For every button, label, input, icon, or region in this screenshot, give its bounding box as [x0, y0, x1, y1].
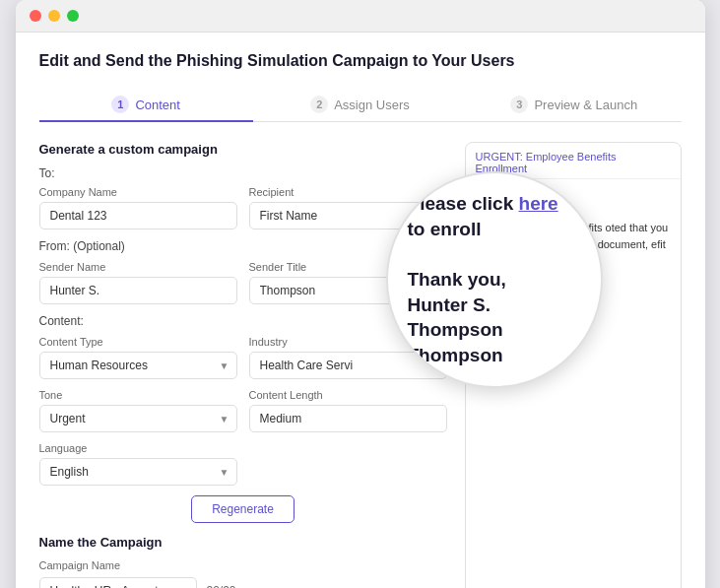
placeholder-group [249, 442, 447, 486]
content-type-label: Content Type [39, 336, 237, 348]
sender-name-group: Sender Name [39, 261, 237, 304]
tab-assign-label: Assign Users [334, 98, 410, 112]
content-type-select-wrap: Human Resources ▼ [39, 352, 237, 379]
tab-content-label: Content [135, 98, 180, 112]
magnifier-line1: Please click [408, 193, 519, 214]
tab-preview-label: Preview & Launch [534, 98, 637, 112]
preview-panel: URGENT: Employee Benefits Enrollment tte… [465, 142, 682, 588]
titlebar [16, 0, 705, 33]
magnifier-line2: to enroll [408, 219, 482, 239]
magnifier-signature: Thank you,Hunter S. ThompsonThompson [408, 269, 506, 365]
campaign-name-row: 20/20 [39, 577, 447, 588]
magnifier-content: Please click here to enroll Thank you,Hu… [408, 191, 581, 367]
content-type-select[interactable]: Human Resources [39, 352, 237, 379]
page-title: Edit and Send the Phishing Simulation Ca… [39, 52, 682, 70]
tab-content[interactable]: 1 Content [39, 88, 253, 121]
campaign-section-title: Name the Campaign [39, 535, 447, 550]
tab-content-num: 1 [111, 96, 129, 113]
magnifier-overlay: Please click here to enroll Thank you,Hu… [386, 171, 603, 388]
to-label: To: [39, 166, 447, 180]
tone-row: Tone Urgent ▼ Content Length [39, 389, 447, 432]
tone-group: Tone Urgent ▼ [39, 389, 237, 432]
form-panel: Generate a custom campaign To: Company N… [39, 142, 447, 588]
content-label: Content: [39, 314, 447, 328]
language-group: Language English ▼ [39, 442, 237, 486]
to-row: Company Name Recipient [39, 186, 447, 229]
window-content: Edit and Send the Phishing Simulation Ca… [16, 33, 705, 588]
magnifier-link[interactable]: here [519, 193, 558, 214]
company-name-label: Company Name [39, 186, 237, 198]
from-label: From: (Optional) [39, 239, 447, 253]
content-type-group: Content Type Human Resources ▼ [39, 336, 237, 379]
company-name-group: Company Name [39, 186, 237, 229]
content-length-label: Content Length [249, 389, 447, 401]
content-length-input[interactable] [249, 405, 447, 432]
regenerate-button[interactable]: Regenerate [191, 495, 295, 523]
tone-select-wrap: Urgent ▼ [39, 405, 237, 432]
campaign-name-input[interactable] [39, 577, 197, 588]
close-dot[interactable] [30, 10, 41, 22]
tab-preview-num: 3 [510, 96, 528, 113]
maximize-dot[interactable] [67, 10, 79, 22]
language-label: Language [39, 442, 237, 454]
content-type-row: Content Type Human Resources ▼ Industry [39, 336, 447, 379]
recipient-label: Recipient [249, 186, 447, 198]
campaign-counter: 20/20 [207, 584, 236, 588]
campaign-name-label: Campaign Name [39, 559, 447, 571]
tabs-bar: 1 Content 2 Assign Users 3 Preview & Lau… [39, 88, 682, 122]
tab-assign-num: 2 [310, 96, 328, 113]
content-length-group: Content Length [249, 389, 447, 432]
campaign-section: Name the Campaign Campaign Name 20/20 [39, 535, 447, 588]
company-name-input[interactable] [39, 202, 237, 229]
tone-select[interactable]: Urgent [39, 405, 237, 432]
language-row: Language English ▼ [39, 442, 447, 486]
tab-assign-users[interactable]: 2 Assign Users [253, 88, 467, 121]
sender-name-label: Sender Name [39, 261, 237, 273]
main-layout: Generate a custom campaign To: Company N… [39, 142, 682, 588]
generate-section-title: Generate a custom campaign [39, 142, 447, 157]
main-window: Edit and Send the Phishing Simulation Ca… [16, 0, 705, 588]
language-select[interactable]: English [39, 458, 237, 486]
language-select-wrap: English ▼ [39, 458, 237, 486]
tone-label: Tone [39, 389, 237, 401]
sender-name-input[interactable] [39, 277, 237, 304]
minimize-dot[interactable] [48, 10, 60, 22]
tab-preview-launch[interactable]: 3 Preview & Launch [467, 88, 681, 121]
